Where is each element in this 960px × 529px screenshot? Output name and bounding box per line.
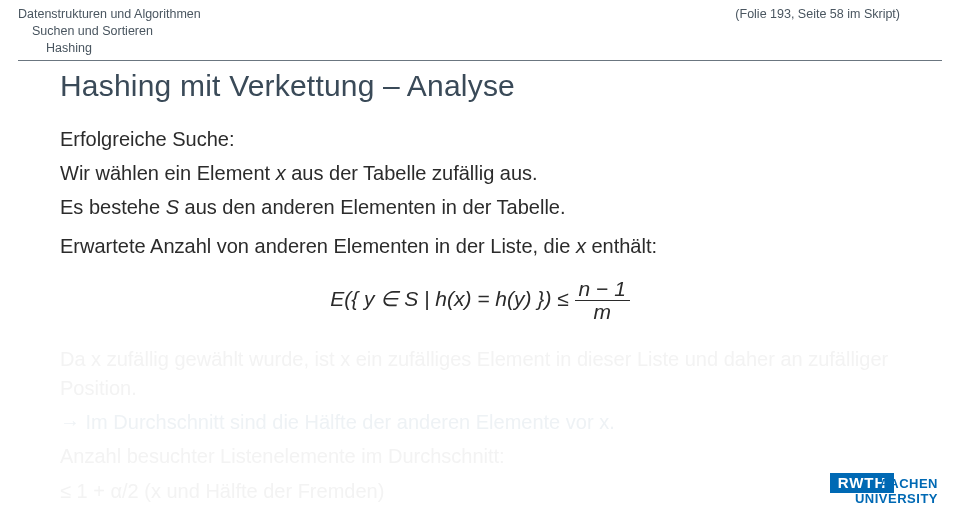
faded-line-3b: ≤ 1 + α/2 (x und Hälfte der Fremden) (60, 477, 900, 505)
paragraph-success-heading: Erfolgreiche Suche: (60, 125, 900, 153)
paragraph-expected-count: Erwartete Anzahl von anderen Elementen i… (60, 232, 900, 260)
course-title: Datenstrukturen und Algorithmen (18, 6, 201, 23)
section-title: Hashing (18, 40, 900, 57)
chapter-title: Suchen und Sortieren (18, 23, 900, 40)
fraction: n − 1m (575, 278, 630, 323)
rwth-logo: RWTH AACHEN UNIVERSITY (830, 473, 938, 515)
svg-text:UNIVERSITY: UNIVERSITY (855, 491, 938, 506)
svg-text:AACHEN: AACHEN (879, 476, 938, 491)
faded-line-1: Da x zufällig gewählt wurde, ist x ein z… (60, 345, 900, 402)
formula-expectation: E({ y ∈ S | h(x) = h(y) }) ≤ n − 1m (60, 278, 900, 323)
faded-line-3a: Anzahl besuchter Listenelemente im Durch… (60, 442, 900, 470)
slide-body: Erfolgreiche Suche: Wir wählen ein Eleme… (0, 103, 960, 506)
slide-title: Hashing mit Verkettung – Analyse (60, 69, 900, 103)
paragraph-define-S: Es bestehe S aus den anderen Elementen i… (60, 193, 900, 221)
slide-ref: (Folie 193, Seite 58 im Skript) (735, 6, 900, 23)
faded-line-2: → Im Durchschnitt sind die Hälfte der an… (60, 408, 900, 436)
slide-header: Datenstrukturen und Algorithmen (Folie 1… (0, 0, 960, 57)
paragraph-pick-element: Wir wählen ein Element x aus der Tabelle… (60, 159, 900, 187)
